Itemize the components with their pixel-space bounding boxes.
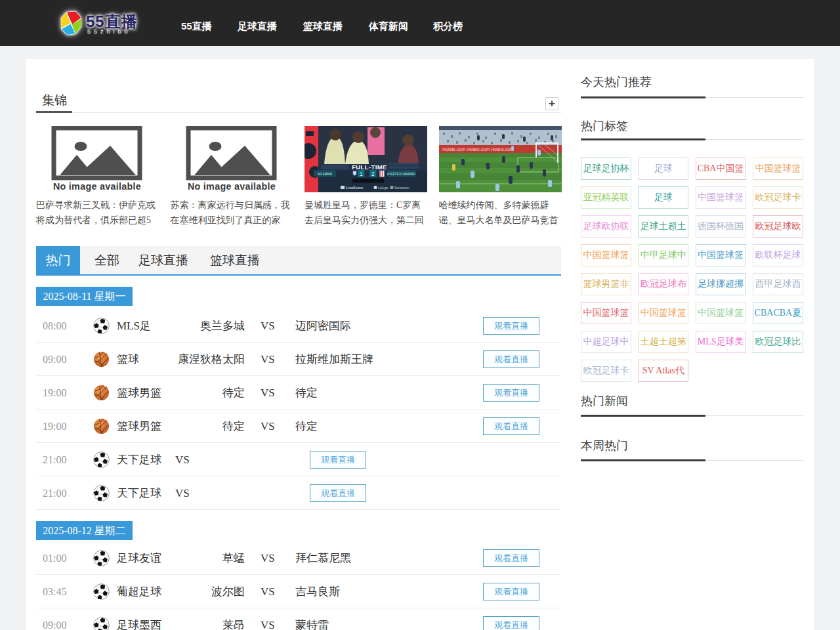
svg-text:Santander: Santander [394, 186, 410, 190]
svg-text:LiveScore: LiveScore [346, 186, 363, 190]
svg-text:Hotels.com Hotels.com Hote: Hotels.com Hotels.com Hotels.com [442, 147, 514, 152]
svg-text:SD EIBAR: SD EIBAR [318, 173, 333, 176]
svg-text:No image available: No image available [53, 181, 141, 192]
svg-text:2: 2 [371, 171, 375, 177]
svg-text:1: 1 [360, 171, 363, 177]
svg-text:LaLiga: LaLiga [378, 186, 388, 190]
svg-text:ATLÉTICO MADRID: ATLÉTICO MADRID [387, 172, 416, 176]
svg-text:No image available: No image available [187, 181, 275, 192]
